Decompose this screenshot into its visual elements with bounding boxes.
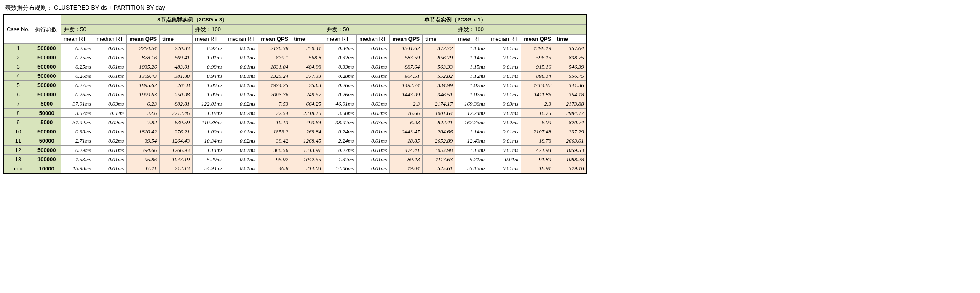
case-no: 3 (4, 62, 32, 72)
cell: 0.01ms (94, 81, 127, 90)
cell: 915.16 (521, 62, 554, 72)
cell: 2984.77 (554, 109, 587, 118)
cell: 276.21 (160, 127, 193, 136)
cell: 1853.2 (258, 127, 291, 136)
cell: 0.01ms (94, 127, 127, 136)
case-no: 6 (4, 90, 32, 99)
cell: 474.41 (390, 146, 423, 155)
cell: 1.14ms (455, 53, 488, 62)
cell: 16.66 (390, 109, 423, 118)
metric-mean_rt: mean RT (455, 35, 488, 44)
cell: 0.32ms (324, 53, 357, 62)
cell: 0.01ms (357, 155, 390, 164)
exec-total: 500000 (32, 44, 61, 53)
cell: 16.75 (521, 109, 554, 118)
cell: 18.78 (521, 136, 554, 146)
cell: 546.39 (554, 62, 587, 72)
cell: 0.01ms (225, 81, 258, 90)
cell: 212.13 (160, 164, 193, 173)
cell: 0.01ms (488, 127, 521, 136)
cell: 0.25ms (61, 62, 94, 72)
cell: 0.28ms (324, 72, 357, 81)
cell: 0.26ms (61, 72, 94, 81)
cell: 0.01ms (357, 90, 390, 99)
exec-total: 100000 (32, 155, 61, 164)
cell: 95.92 (258, 155, 291, 164)
cell: 1042.55 (291, 155, 324, 164)
cell: 0.27ms (61, 81, 94, 90)
cell: 1266.93 (160, 146, 193, 155)
cell: 95.86 (127, 155, 160, 164)
cell: 2663.01 (554, 136, 587, 146)
cell: 0.26ms (324, 90, 357, 99)
cell: 2218.16 (291, 109, 324, 118)
cell: 0.01ms (225, 53, 258, 62)
cell: 1810.42 (127, 127, 160, 136)
cell: 122.01ms (193, 99, 225, 109)
cell: 39.42 (258, 136, 291, 146)
cell: 10.34ms (193, 136, 225, 146)
cell: 483.01 (160, 62, 193, 72)
cell: 1.07ms (455, 81, 488, 90)
cell: 269.84 (291, 127, 324, 136)
cell: 552.82 (423, 72, 455, 81)
cell: 1325.24 (258, 72, 291, 81)
cell: 22.54 (258, 109, 291, 118)
cell: 1268.45 (291, 136, 324, 146)
cell: 110.38ms (193, 118, 225, 127)
cell: 10.13 (258, 118, 291, 127)
cell: 639.59 (160, 118, 193, 127)
cell: 341.36 (554, 81, 587, 90)
cell: 0.01ms (94, 164, 127, 173)
case-no: 10 (4, 127, 32, 136)
cell: 0.02ms (357, 109, 390, 118)
cell: 2173.88 (554, 99, 587, 109)
cell: 204.66 (423, 127, 455, 136)
cell: 484.98 (291, 62, 324, 72)
cell: 569.41 (160, 53, 193, 62)
cell: 3.60ms (324, 109, 357, 118)
cell: 2170.38 (258, 44, 291, 53)
cell: 0.02ms (94, 118, 127, 127)
case-no: 13 (4, 155, 32, 164)
cell: 18.91 (521, 164, 554, 173)
cell: 0.01ms (488, 164, 521, 173)
cell: 0.02m (94, 109, 127, 118)
exec-total: 500000 (32, 90, 61, 99)
metric-time: time (554, 35, 587, 44)
cell: 0.03ms (357, 118, 390, 127)
metric-median_rt: median RT (488, 35, 521, 44)
exec-total: 500000 (32, 127, 61, 136)
cell: 879.1 (258, 53, 291, 62)
cell: 346.51 (423, 90, 455, 99)
cell: 1.07ms (455, 90, 488, 99)
cell: 583.59 (390, 53, 423, 62)
cell: 1443.09 (390, 90, 423, 99)
cell: 0.01ms (225, 118, 258, 127)
cell: 0.01ms (225, 72, 258, 81)
cell: 1.37ms (324, 155, 357, 164)
exec-total: 500000 (32, 81, 61, 90)
cell: 237.29 (554, 127, 587, 136)
cell: 6.23 (127, 99, 160, 109)
cell: 0.01ms (94, 62, 127, 72)
metric-mean_rt: mean RT (193, 35, 225, 44)
cell: 46.8 (258, 164, 291, 173)
cell: 0.01ms (488, 90, 521, 99)
cell: 394.66 (127, 146, 160, 155)
cell: 0.01ms (225, 90, 258, 99)
cell: 5.29ms (193, 155, 225, 164)
cell: 162.73ms (455, 118, 488, 127)
case-no: 11 (4, 136, 32, 146)
distribution-rule-title: 表数据分布规则： CLUSTERED BY ds + PARTITION BY … (3, 3, 977, 14)
cell: 0.01ms (94, 53, 127, 62)
cell: 0.02ms (225, 99, 258, 109)
exec-total: 50000 (32, 136, 61, 146)
cell: 493.64 (291, 118, 324, 127)
cell: 377.33 (291, 72, 324, 81)
cluster-1node-header: 单节点实例（2C8G x 1） (324, 15, 587, 25)
cell: 1.06ms (193, 81, 225, 90)
cell: 0.02ms (488, 118, 521, 127)
cell: 249.57 (291, 90, 324, 99)
cell: 568.8 (291, 53, 324, 62)
